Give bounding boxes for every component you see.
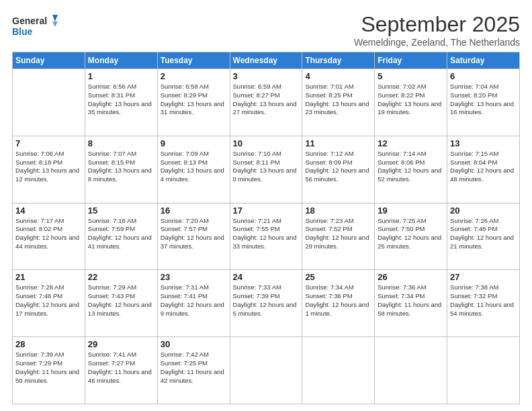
subtitle: Wemeldinge, Zeeland, The Netherlands (354, 37, 520, 48)
day-info: Sunrise: 7:04 AMSunset: 8:20 PMDaylight:… (450, 83, 517, 117)
calendar-cell: 30Sunrise: 7:42 AMSunset: 7:25 PMDayligh… (157, 337, 230, 404)
col-thursday: Thursday (302, 52, 375, 69)
calendar-cell: 5Sunrise: 7:02 AMSunset: 8:22 PMDaylight… (375, 69, 447, 136)
calendar-cell: 15Sunrise: 7:18 AMSunset: 7:59 PMDayligh… (85, 203, 157, 270)
day-number: 13 (450, 138, 517, 148)
month-title: September 2025 (354, 12, 520, 37)
col-wednesday: Wednesday (230, 52, 302, 69)
day-number: 10 (233, 138, 300, 148)
day-number: 4 (305, 71, 371, 81)
day-info: Sunrise: 7:20 AMSunset: 7:57 PMDaylight:… (161, 217, 227, 251)
day-number: 25 (305, 272, 371, 282)
col-tuesday: Tuesday (157, 52, 230, 69)
day-info: Sunrise: 7:09 AMSunset: 8:13 PMDaylight:… (161, 150, 227, 184)
svg-text:General: General (12, 15, 47, 26)
calendar-cell: 3Sunrise: 6:59 AMSunset: 8:27 PMDaylight… (230, 69, 302, 136)
day-number: 29 (88, 339, 154, 349)
calendar-cell: 22Sunrise: 7:29 AMSunset: 7:43 PMDayligh… (85, 270, 157, 337)
day-info: Sunrise: 7:29 AMSunset: 7:43 PMDaylight:… (88, 283, 154, 318)
day-number: 1 (88, 71, 154, 81)
day-number: 30 (161, 339, 227, 349)
day-number: 17 (233, 205, 300, 216)
day-number: 23 (161, 272, 227, 282)
day-number: 11 (305, 138, 371, 148)
day-info: Sunrise: 7:26 AMSunset: 7:48 PMDaylight:… (450, 217, 517, 251)
day-number: 3 (233, 71, 300, 81)
calendar-cell: 14Sunrise: 7:17 AMSunset: 8:02 PMDayligh… (13, 203, 85, 270)
page: General Blue September 2025 Wemeldinge, … (0, 0, 532, 411)
day-number: 16 (161, 205, 227, 216)
col-monday: Monday (85, 52, 157, 69)
day-info: Sunrise: 6:56 AMSunset: 8:31 PMDaylight:… (88, 83, 154, 117)
calendar-cell: 1Sunrise: 6:56 AMSunset: 8:31 PMDaylight… (85, 69, 157, 136)
calendar-cell: 20Sunrise: 7:26 AMSunset: 7:48 PMDayligh… (447, 203, 520, 270)
calendar-cell (447, 337, 520, 404)
day-number: 5 (378, 71, 444, 81)
day-info: Sunrise: 7:28 AMSunset: 7:46 PMDaylight:… (15, 283, 82, 318)
day-info: Sunrise: 7:10 AMSunset: 8:11 PMDaylight:… (233, 150, 300, 184)
day-number: 26 (378, 272, 444, 282)
day-info: Sunrise: 7:42 AMSunset: 7:25 PMDaylight:… (161, 351, 227, 385)
day-info: Sunrise: 7:02 AMSunset: 8:22 PMDaylight:… (378, 83, 444, 117)
day-info: Sunrise: 7:21 AMSunset: 7:55 PMDaylight:… (233, 217, 300, 251)
calendar-cell: 7Sunrise: 7:06 AMSunset: 8:18 PMDaylight… (13, 136, 85, 203)
day-info: Sunrise: 7:36 AMSunset: 7:34 PMDaylight:… (378, 283, 444, 318)
day-info: Sunrise: 7:14 AMSunset: 8:06 PMDaylight:… (378, 150, 444, 184)
day-number: 6 (450, 71, 517, 81)
day-info: Sunrise: 7:01 AMSunset: 8:25 PMDaylight:… (305, 83, 371, 117)
day-number: 27 (450, 272, 517, 282)
calendar-cell (375, 337, 447, 404)
calendar: Sunday Monday Tuesday Wednesday Thursday… (12, 52, 520, 404)
day-number: 22 (88, 272, 154, 282)
calendar-cell: 9Sunrise: 7:09 AMSunset: 8:13 PMDaylight… (157, 136, 230, 203)
calendar-cell: 2Sunrise: 6:58 AMSunset: 8:29 PMDaylight… (157, 69, 230, 136)
week-row-3: 14Sunrise: 7:17 AMSunset: 8:02 PMDayligh… (13, 203, 520, 270)
day-info: Sunrise: 7:33 AMSunset: 7:39 PMDaylight:… (233, 283, 300, 318)
week-row-2: 7Sunrise: 7:06 AMSunset: 8:18 PMDaylight… (13, 136, 520, 203)
week-row-4: 21Sunrise: 7:28 AMSunset: 7:46 PMDayligh… (13, 270, 520, 337)
logo: General Blue (12, 12, 59, 40)
title-block: September 2025 Wemeldinge, Zeeland, The … (354, 12, 520, 48)
day-info: Sunrise: 6:59 AMSunset: 8:27 PMDaylight:… (233, 83, 300, 117)
col-saturday: Saturday (447, 52, 520, 69)
day-number: 2 (161, 71, 227, 81)
calendar-cell: 26Sunrise: 7:36 AMSunset: 7:34 PMDayligh… (375, 270, 447, 337)
day-number: 14 (15, 205, 82, 216)
calendar-header-row: Sunday Monday Tuesday Wednesday Thursday… (13, 52, 520, 69)
col-sunday: Sunday (13, 52, 85, 69)
day-number: 24 (233, 272, 300, 282)
calendar-cell (230, 337, 302, 404)
day-info: Sunrise: 7:06 AMSunset: 8:18 PMDaylight:… (15, 150, 82, 184)
day-number: 8 (88, 138, 154, 148)
day-number: 20 (450, 205, 517, 216)
calendar-cell: 6Sunrise: 7:04 AMSunset: 8:20 PMDaylight… (447, 69, 520, 136)
day-info: Sunrise: 7:31 AMSunset: 7:41 PMDaylight:… (161, 283, 227, 318)
calendar-cell (13, 69, 85, 136)
day-info: Sunrise: 7:25 AMSunset: 7:50 PMDaylight:… (378, 217, 444, 251)
day-number: 21 (15, 272, 82, 282)
calendar-cell: 21Sunrise: 7:28 AMSunset: 7:46 PMDayligh… (13, 270, 85, 337)
day-info: Sunrise: 7:18 AMSunset: 7:59 PMDaylight:… (88, 217, 154, 251)
day-info: Sunrise: 7:23 AMSunset: 7:52 PMDaylight:… (305, 217, 371, 251)
calendar-cell: 10Sunrise: 7:10 AMSunset: 8:11 PMDayligh… (230, 136, 302, 203)
day-number: 7 (15, 138, 82, 148)
svg-text:Blue: Blue (12, 26, 33, 37)
col-friday: Friday (375, 52, 447, 69)
day-info: Sunrise: 7:12 AMSunset: 8:09 PMDaylight:… (305, 150, 371, 184)
svg-marker-3 (52, 21, 58, 27)
calendar-cell: 23Sunrise: 7:31 AMSunset: 7:41 PMDayligh… (157, 270, 230, 337)
day-number: 9 (161, 138, 227, 148)
calendar-cell: 4Sunrise: 7:01 AMSunset: 8:25 PMDaylight… (302, 69, 375, 136)
calendar-cell: 17Sunrise: 7:21 AMSunset: 7:55 PMDayligh… (230, 203, 302, 270)
logo-svg: General Blue (12, 12, 59, 40)
svg-marker-2 (52, 15, 58, 21)
calendar-cell: 18Sunrise: 7:23 AMSunset: 7:52 PMDayligh… (302, 203, 375, 270)
calendar-cell: 16Sunrise: 7:20 AMSunset: 7:57 PMDayligh… (157, 203, 230, 270)
day-info: Sunrise: 7:07 AMSunset: 8:15 PMDaylight:… (88, 150, 154, 184)
day-number: 28 (15, 339, 82, 349)
day-number: 19 (378, 205, 444, 216)
calendar-cell: 25Sunrise: 7:34 AMSunset: 7:36 PMDayligh… (302, 270, 375, 337)
day-info: Sunrise: 7:38 AMSunset: 7:32 PMDaylight:… (450, 283, 517, 318)
day-number: 18 (305, 205, 371, 216)
calendar-cell: 19Sunrise: 7:25 AMSunset: 7:50 PMDayligh… (375, 203, 447, 270)
